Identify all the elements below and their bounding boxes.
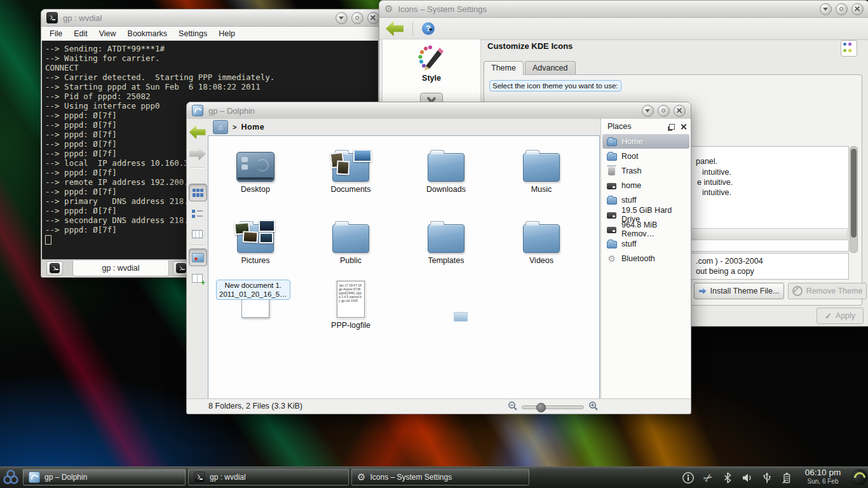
remove-theme-button[interactable]: Remove Theme [788,283,867,299]
task-label: gp – Dolphin [44,473,87,482]
zoom-slider[interactable] [522,405,584,409]
places-label: Trash [621,166,642,175]
tab-theme[interactable]: Theme [484,61,524,75]
breadcrumb: ⌂ > Home [208,119,600,135]
zoom-slider-handle[interactable] [536,403,546,412]
konsole-icon [50,263,60,273]
back-button[interactable] [386,21,403,36]
toolbar-separator [412,22,413,36]
menu-edit[interactable]: Edit [68,29,93,38]
task-dolphin[interactable]: gp – Dolphin [23,469,186,485]
maximize-button[interactable] [351,12,363,24]
minimize-button[interactable] [336,12,348,24]
minimize-button[interactable] [820,3,832,15]
terminal-line: --> Sending: ATDT*99***1# [45,44,384,53]
folder-label: Documents [306,185,395,194]
menu-file[interactable]: File [44,29,68,38]
places-item-home[interactable]: ⌂ Home [602,134,689,149]
task-wvdial[interactable]: gp : wvdial [188,469,349,485]
info-tray-icon[interactable] [681,470,696,485]
dolphin-titlebar[interactable]: gp – Dolphin [187,102,691,119]
menu-view[interactable]: View [93,29,122,38]
settings-titlebar[interactable]: ⚙ Icons – System Settings [379,1,868,18]
terminal-window-controls [336,12,379,24]
folder-item[interactable]: Music [497,141,586,194]
places-item-bluetooth[interactable]: ⚙ Bluetooth [601,251,691,266]
details-view-icon [192,210,203,218]
close-panel-icon[interactable] [681,123,687,130]
usb-device-tray-icon[interactable] [759,470,775,485]
install-theme-button[interactable]: Install Theme File... [694,283,784,299]
panel-toolbox-cashew-icon[interactable] [851,469,867,485]
split-view-icon: + [192,274,203,283]
places-item-removable[interactable]: 964.8 MiB Remov… [601,222,691,236]
folder-item[interactable]: Public [306,212,395,265]
gear-icon: ⚙ [384,4,393,14]
pictures-folder-icon [237,224,274,253]
menu-settings[interactable]: Settings [173,29,213,38]
menu-bookmarks[interactable]: Bookmarks [122,29,173,38]
close-button[interactable] [367,12,379,24]
apply-label: Apply [836,311,855,320]
back-button[interactable] [189,124,206,140]
split-view-button[interactable]: + [189,270,206,287]
folder-item[interactable]: Desktop [211,141,300,194]
places-item-stuff2[interactable]: stuff [601,236,691,251]
sidebar-item-style[interactable]: Style [383,39,480,83]
places-item-trash[interactable]: Trash [601,163,691,178]
help-button[interactable]: ? [422,22,433,35]
file-item[interactable]: Jan 17 09:47:18 gp-Aspire-5738 pppd[1946… [306,274,395,330]
thumbnail-artifact [454,312,468,322]
folder-view[interactable]: Desktop Documents Downloads Music [208,135,600,399]
scrollbar-thumb[interactable] [851,149,857,238]
folder-item[interactable]: Documents [306,141,395,194]
places-label: 964.8 MiB Remov… [621,220,691,238]
maximize-button[interactable] [658,105,670,117]
menu-help[interactable]: Help [213,29,241,38]
forward-button[interactable] [189,146,206,162]
apply-button[interactable]: ✓ Apply [817,308,864,324]
icons-view-button[interactable] [189,184,207,201]
terminal-title: gp : wvdial [63,13,102,23]
launcher-icon[interactable] [1,468,20,487]
task-system-settings[interactable]: ⚙ Icons – System Settings [351,469,529,485]
columns-view-button[interactable] [189,226,206,242]
places-item-home-partition[interactable]: home [601,178,691,193]
tab-advanced[interactable]: Advanced [525,61,576,75]
volume-tray-icon[interactable] [740,470,755,485]
clock-widget[interactable]: 06:10 pm Sun, 6 Feb [796,468,850,485]
settings-title: Icons – System Settings [398,4,486,14]
folder-item[interactable]: Pictures [211,212,300,265]
close-button[interactable] [674,105,686,117]
new-tab-button[interactable] [46,261,63,276]
toolbar-separator [190,167,205,168]
theme-list-row: e intuitive. [697,178,733,187]
theme-list-scrollbar[interactable] [850,146,858,253]
folder-item[interactable]: Downloads [402,141,491,194]
home-icon: ⌂ [218,123,222,132]
battery-tray-icon[interactable] [779,470,794,485]
bluetooth-tray-icon[interactable] [720,470,735,485]
zoom-in-icon[interactable] [588,401,599,411]
minimize-button[interactable] [642,105,654,117]
drive-icon [607,183,616,189]
zoom-out-icon[interactable] [508,401,518,411]
terminal-tab[interactable]: gp : wvdial [72,261,169,276]
places-item-root[interactable]: Root [601,149,691,163]
places-panel: Places ⌂ Home Root Trash home [600,119,691,399]
folder-item[interactable]: Videos [497,212,586,265]
maximize-button[interactable] [836,3,848,15]
chevron-down-icon [429,29,433,31]
klipper-scissors-icon[interactable]: ✂ [700,470,715,485]
icon-grid-config-icon[interactable] [841,40,857,57]
folder-item[interactable]: Templates [402,212,491,265]
breadcrumb-home-button[interactable]: ⌂ [213,120,228,134]
detach-panel-icon[interactable] [669,124,675,130]
terminal-titlebar[interactable]: gp : wvdial [41,10,384,27]
file-item-selected[interactable]: New document 1. 2011_01_20_16_5… [211,274,300,320]
breadcrumb-path[interactable]: Home [241,123,264,132]
preview-toggle-button[interactable] [189,248,207,266]
close-button[interactable] [851,3,864,15]
details-view-button[interactable] [189,205,206,222]
trash-icon [608,167,615,175]
